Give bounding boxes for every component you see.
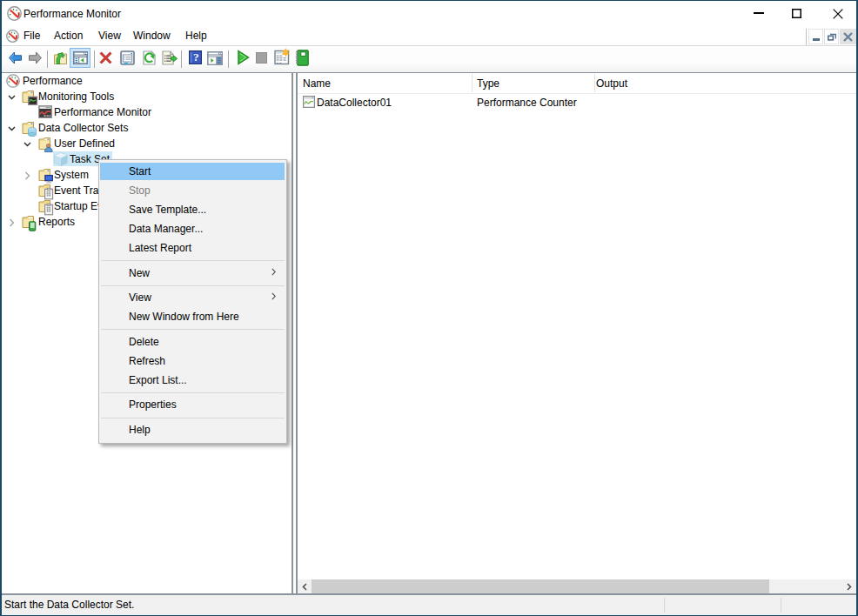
svg-text:?: ? [193, 50, 199, 64]
